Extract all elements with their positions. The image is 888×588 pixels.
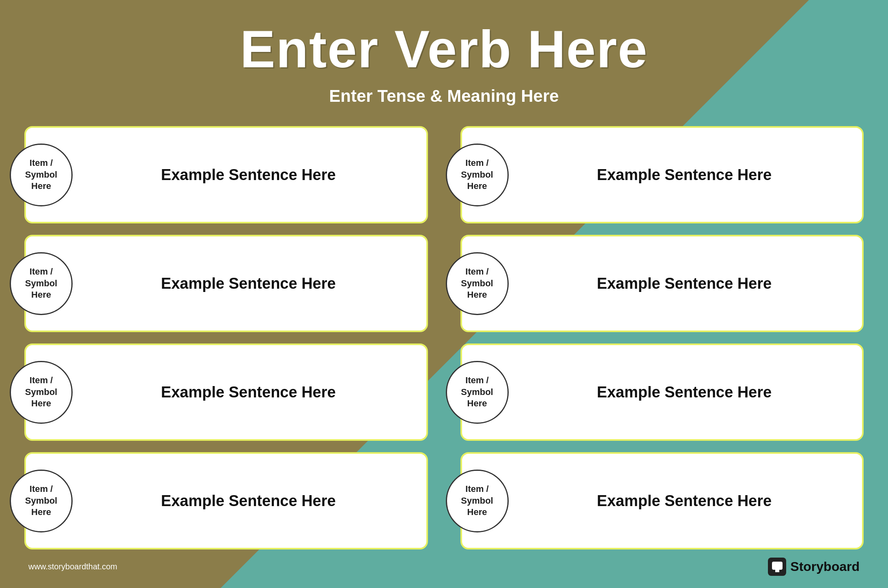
card-row2-left: Item / SymbolHere Example Sentence Here — [24, 235, 428, 332]
main-title: Enter Verb Here — [240, 20, 648, 78]
circle-text: Item / SymbolHere — [451, 483, 503, 518]
item-circle: Item / SymbolHere — [446, 361, 509, 424]
circle-wrapper: Item / SymbolHere — [10, 144, 73, 206]
circle-text: Item / SymbolHere — [451, 157, 503, 192]
sentence-text: Example Sentence Here — [83, 492, 414, 510]
card-row1-left: Item / SymbolHere Example Sentence Here — [24, 126, 428, 223]
circle-wrapper: Item / SymbolHere — [10, 361, 73, 424]
item-circle: Item / SymbolHere — [10, 470, 73, 532]
circle-wrapper: Item / SymbolHere — [446, 144, 509, 206]
item-circle: Item / SymbolHere — [446, 252, 509, 315]
card-row4-left: Item / SymbolHere Example Sentence Here — [24, 452, 428, 549]
circle-wrapper: Item / SymbolHere — [10, 252, 73, 315]
circle-wrapper: Item / SymbolHere — [10, 470, 73, 532]
circle-text: Item / SymbolHere — [451, 266, 503, 301]
item-circle: Item / SymbolHere — [446, 144, 509, 206]
circle-wrapper: Item / SymbolHere — [446, 252, 509, 315]
svg-rect-1 — [775, 570, 779, 572]
svg-rect-0 — [772, 562, 783, 570]
circle-text: Item / SymbolHere — [15, 157, 67, 192]
circle-text: Item / SymbolHere — [15, 375, 67, 410]
sentence-text: Example Sentence Here — [519, 275, 850, 292]
footer-url: www.storyboardthat.com — [28, 562, 117, 571]
item-circle: Item / SymbolHere — [446, 470, 509, 532]
sentence-text: Example Sentence Here — [83, 384, 414, 401]
card-row3-right: Item / SymbolHere Example Sentence Here — [460, 343, 864, 441]
circle-wrapper: Item / SymbolHere — [446, 470, 509, 532]
cards-grid: Item / SymbolHere Example Sentence Here … — [24, 126, 864, 549]
circle-text: Item / SymbolHere — [451, 375, 503, 410]
sentence-text: Example Sentence Here — [519, 384, 850, 401]
sentence-text: Example Sentence Here — [519, 492, 850, 510]
card-row3-left: Item / SymbolHere Example Sentence Here — [24, 343, 428, 441]
sentence-text: Example Sentence Here — [519, 166, 850, 184]
main-content: Enter Verb Here Enter Tense & Meaning He… — [0, 0, 888, 588]
card-row1-right: Item / SymbolHere Example Sentence Here — [460, 126, 864, 223]
sentence-text: Example Sentence Here — [83, 166, 414, 184]
card-row2-right: Item / SymbolHere Example Sentence Here — [460, 235, 864, 332]
item-circle: Item / SymbolHere — [10, 252, 73, 315]
footer-brand: Storyboard — [768, 558, 860, 576]
item-circle: Item / SymbolHere — [10, 144, 73, 206]
circle-text: Item / SymbolHere — [15, 266, 67, 301]
brand-icon — [768, 558, 786, 576]
footer: www.storyboardthat.com Storyboard — [24, 554, 864, 576]
card-row4-right: Item / SymbolHere Example Sentence Here — [460, 452, 864, 549]
brand-name: Storyboard — [790, 559, 860, 574]
circle-wrapper: Item / SymbolHere — [446, 361, 509, 424]
sentence-text: Example Sentence Here — [83, 275, 414, 292]
item-circle: Item / SymbolHere — [10, 361, 73, 424]
subtitle: Enter Tense & Meaning Here — [329, 86, 559, 106]
circle-text: Item / SymbolHere — [15, 483, 67, 518]
